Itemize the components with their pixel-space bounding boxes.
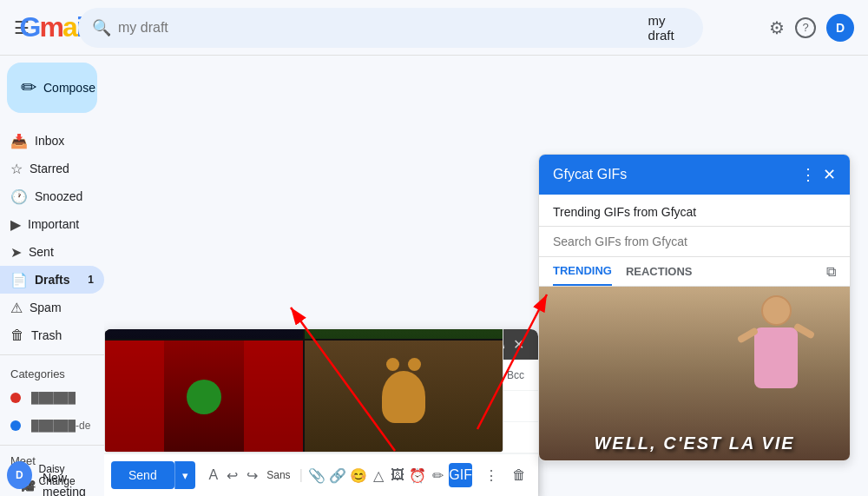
giphy-gif-3[interactable]: [105, 341, 303, 453]
draw-icon[interactable]: ✏: [430, 463, 445, 487]
gmail-logo: Gmail: [40, 14, 68, 42]
search-value-text: my draft: [648, 13, 689, 43]
categories-label: Categories: [0, 360, 104, 384]
sidebar-item-trash[interactable]: 🗑 Trash: [0, 321, 104, 349]
sidebar-item-inbox[interactable]: 📥 Inbox: [0, 127, 104, 155]
sidebar-bottom: D Daisy Change: [0, 454, 104, 496]
top-bar: ☰ Gmail 🔍 my draft ⚙ ? D: [0, 0, 868, 56]
more-options-icon[interactable]: ⋮: [479, 463, 503, 487]
compose-toolbar: Send ▾ A ↩ ↪ Sans | 📎 🔗 😊 △ 🖼 ⏰ ✏ GIF ⋮: [104, 453, 538, 496]
gfycat-gif-display[interactable]: WELL, C'EST LA VIE: [539, 287, 850, 460]
sans-label: Sans: [266, 469, 290, 481]
attach-icon[interactable]: 📎: [308, 463, 326, 487]
drive-icon[interactable]: △: [371, 463, 386, 487]
label2-color: [10, 420, 21, 431]
help-button[interactable]: ?: [795, 17, 816, 38]
gfycat-tab-reactions[interactable]: REACTIONS: [626, 258, 693, 285]
user-avatar-top[interactable]: D: [826, 14, 854, 42]
sidebar-item-spam[interactable]: ⚠ Spam: [0, 294, 104, 321]
giphy-gif-4[interactable]: [305, 341, 503, 453]
sidebar-item-sent[interactable]: ➤ Sent: [0, 238, 104, 266]
top-right-actions: ⚙ ? D: [769, 14, 854, 42]
giphy-gif-1[interactable]: THAT'S COOL: [105, 329, 303, 339]
important-icon: ▶: [10, 216, 21, 233]
compose-plus-icon: ✏: [21, 76, 36, 99]
gfycat-trending-text: Trending GIFs from Gfycat: [539, 195, 850, 227]
sidebar-item-label2[interactable]: ██████-de: [0, 412, 104, 440]
sent-icon: ➤: [10, 244, 22, 261]
compose-button[interactable]: ✏ Compose: [7, 63, 97, 113]
photo-icon[interactable]: 🖼: [390, 463, 405, 487]
gfycat-gif-text: WELL, C'EST LA VIE: [594, 433, 794, 453]
formatting-icon[interactable]: A: [206, 463, 221, 487]
gfycat-panel: Gfycat GIFs ⋮ ✕ Trending GIFs from Gfyca…: [538, 154, 851, 461]
gif-button[interactable]: GIF: [449, 463, 472, 487]
undo-icon[interactable]: ↩: [225, 463, 240, 487]
sidebar-item-important[interactable]: ▶ Important: [0, 210, 104, 238]
drafts-icon: 📄: [10, 272, 28, 288]
gfycat-header: Gfycat GIFs ⋮ ✕: [539, 155, 850, 195]
gfycat-copy-icon[interactable]: ⧉: [826, 264, 836, 280]
spam-icon: ⚠: [10, 300, 23, 316]
gfycat-title: Gfycat GIFs: [553, 167, 800, 182]
giphy-grid: THAT'S COOL: [105, 329, 503, 452]
delete-compose-icon[interactable]: 🗑: [507, 463, 531, 487]
gfycat-close-icon[interactable]: ✕: [823, 165, 836, 184]
sidebar: ✏ Compose 📥 Inbox ☆ Starred 🕐 Snoozed ▶ …: [0, 56, 104, 496]
send-dropdown-button[interactable]: ▾: [174, 461, 195, 489]
compose-window: New Message − ⤡ ✕ From WonderFox Support…: [104, 329, 538, 496]
trash-icon: 🗑: [10, 327, 24, 343]
gfycat-search-input[interactable]: [553, 235, 836, 248]
sidebar-item-starred[interactable]: ☆ Starred: [0, 155, 104, 182]
snoozed-icon: 🕐: [10, 188, 28, 205]
gfycat-tab-trending[interactable]: TRENDING: [553, 257, 612, 286]
user-avatar-sidebar[interactable]: D: [7, 461, 32, 489]
close-compose-icon[interactable]: ✕: [513, 336, 524, 353]
main-content: New Message − ⤡ ✕ From WonderFox Support…: [104, 56, 868, 496]
send-button-group: Send ▾: [111, 461, 195, 489]
search-input[interactable]: [118, 20, 641, 36]
toolbar-right: ⋮ 🗑: [479, 463, 531, 487]
gfycat-more-icon[interactable]: ⋮: [800, 165, 816, 184]
giphy-gif-2[interactable]: [305, 329, 503, 339]
send-button[interactable]: Send: [111, 461, 174, 489]
starred-icon: ☆: [10, 161, 23, 177]
giphy-popup: G GIPHY GIFs Stickers 🔍 Trending Reactio…: [104, 329, 503, 453]
gfycat-header-actions: ⋮ ✕: [800, 165, 836, 184]
emoji-icon[interactable]: 😊: [350, 463, 367, 487]
clock-icon[interactable]: ⏰: [409, 463, 426, 487]
search-bar[interactable]: 🔍 my draft: [78, 8, 703, 48]
sidebar-item-label1[interactable]: ██████: [0, 384, 104, 412]
gfycat-tabs: TRENDING REACTIONS ⧉: [539, 257, 850, 287]
redo-icon[interactable]: ↪: [244, 463, 260, 487]
link-icon[interactable]: 🔗: [329, 463, 346, 487]
sidebar-item-drafts[interactable]: 📄 Drafts 1: [0, 266, 104, 294]
sidebar-item-snoozed[interactable]: 🕐 Snoozed: [0, 182, 104, 210]
inbox-icon: 📥: [10, 133, 28, 149]
search-icon: 🔍: [92, 18, 111, 37]
gfycat-search-area: [539, 227, 850, 257]
settings-icon[interactable]: ⚙: [769, 17, 785, 38]
label1-color: [10, 393, 21, 403]
